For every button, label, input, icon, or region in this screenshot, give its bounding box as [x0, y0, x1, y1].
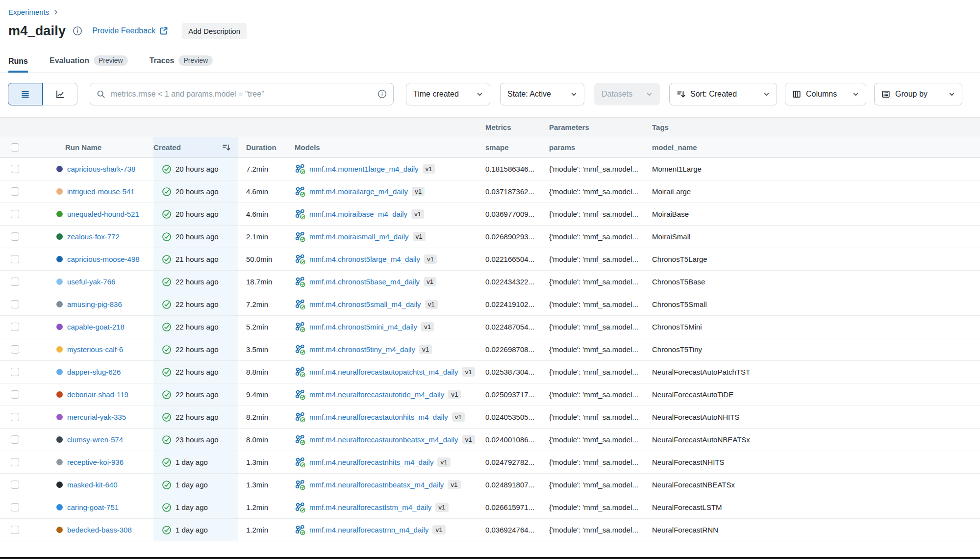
time-created-filter[interactable]: Time created: [406, 83, 490, 105]
model-link[interactable]: mmf.m4.moment1large_m4_daily: [309, 165, 419, 173]
model-link[interactable]: mmf.m4.chronost5base_m4_daily: [309, 278, 420, 286]
model-link[interactable]: mmf.m4.moiraibase_m4_daily: [309, 210, 407, 218]
run-name-link[interactable]: zealous-fox-772: [67, 232, 120, 241]
row-checkbox[interactable]: [11, 503, 19, 511]
model-link[interactable]: mmf.m4.chronost5tiny_m4_daily: [309, 345, 415, 354]
search-input[interactable]: [90, 83, 394, 105]
table-row[interactable]: capable-goat-218 22 hours ago 5.2min mmf…: [0, 316, 980, 338]
list-view-button[interactable]: [8, 83, 43, 105]
row-checkbox[interactable]: [11, 165, 19, 173]
run-name-link[interactable]: dapper-slug-626: [67, 368, 121, 376]
run-name-link[interactable]: capricious-moose-498: [67, 255, 140, 263]
table-row[interactable]: bedecked-bass-308 1 day ago 1.2min mmf.m…: [0, 519, 980, 541]
table-row[interactable]: mercurial-yak-335 22 hours ago 8.2min mm…: [0, 406, 980, 429]
row-checkbox[interactable]: [11, 390, 19, 399]
model-link[interactable]: mmf.m4.chronost5mini_m4_daily: [309, 323, 417, 331]
table-row[interactable]: masked-kit-640 1 day ago 1.3min mmf.m4.n…: [0, 474, 980, 496]
row-checkbox[interactable]: [11, 187, 19, 196]
run-name-link[interactable]: debonair-shad-119: [67, 390, 128, 399]
table-row[interactable]: debonair-shad-119 22 hours ago 9.4min mm…: [0, 383, 980, 406]
model-link[interactable]: mmf.m4.neuralforecastautopatchtst_m4_dai…: [309, 368, 458, 376]
tab-runs[interactable]: Runs: [8, 57, 28, 73]
row-checkbox[interactable]: [11, 323, 19, 331]
model-link[interactable]: mmf.m4.chronost5small_m4_daily: [309, 300, 421, 308]
model-link[interactable]: mmf.m4.moiraismall_m4_daily: [309, 232, 409, 241]
run-color-dot: [56, 504, 63, 510]
row-checkbox[interactable]: [11, 458, 19, 466]
sort-button[interactable]: Sort: Created: [669, 83, 777, 105]
tab-evaluation[interactable]: Evaluation Preview: [50, 55, 128, 73]
chart-view-button[interactable]: [43, 83, 77, 105]
experiment-info-icon[interactable]: [73, 26, 82, 36]
duration-cell: 1.3min: [238, 451, 290, 473]
run-finished-icon: [162, 164, 172, 174]
model-link[interactable]: mmf.m4.chronost5large_m4_daily: [309, 255, 420, 263]
table-row[interactable]: zealous-fox-772 20 hours ago 2.1min mmf.…: [0, 226, 980, 248]
columns-button-label: Columns: [806, 90, 837, 99]
registered-model-icon: [295, 367, 305, 378]
add-description-button[interactable]: Add Description: [182, 23, 247, 39]
smape-cell: 0.024891807...: [485, 474, 549, 496]
run-name-link[interactable]: receptive-koi-936: [67, 458, 124, 466]
row-checkbox[interactable]: [11, 300, 19, 308]
row-checkbox[interactable]: [11, 435, 19, 444]
search-info-icon[interactable]: [377, 89, 387, 99]
row-checkbox[interactable]: [11, 413, 19, 421]
run-name-link[interactable]: mysterious-calf-6: [67, 345, 123, 354]
model-link[interactable]: mmf.m4.neuralforecastnhits_m4_daily: [309, 458, 433, 466]
model-link[interactable]: mmf.m4.neuralforecastautonbeatsx_m4_dail…: [309, 435, 458, 444]
row-checkbox[interactable]: [11, 232, 19, 241]
model-version-badge: v1: [435, 503, 448, 512]
run-name-link[interactable]: capricious-shark-738: [67, 165, 135, 173]
table-row[interactable]: receptive-koi-936 1 day ago 1.3min mmf.m…: [0, 451, 980, 474]
model-version-badge: v1: [462, 367, 475, 377]
model-link[interactable]: mmf.m4.moirailarge_m4_daily: [309, 187, 408, 196]
run-name-link[interactable]: intrigued-mouse-541: [67, 187, 135, 196]
model-link[interactable]: mmf.m4.neuralforecastautonhits_m4_daily: [309, 413, 448, 421]
table-row[interactable]: caring-goat-751 1 day ago 1.2min mmf.m4.…: [0, 496, 980, 519]
breadcrumb-experiments-link[interactable]: Experiments: [8, 8, 49, 16]
row-checkbox[interactable]: [11, 368, 19, 376]
provide-feedback-link[interactable]: Provide Feedback: [92, 26, 168, 35]
run-name-link[interactable]: caring-goat-751: [67, 503, 119, 511]
run-color-dot: [56, 233, 63, 240]
run-name-link[interactable]: mercurial-yak-335: [67, 413, 126, 421]
model-link[interactable]: mmf.m4.neuralforecastrnn_m4_daily: [309, 526, 428, 534]
table-row[interactable]: clumsy-wren-574 23 hours ago 8.0min mmf.…: [0, 429, 980, 451]
model-link[interactable]: mmf.m4.neuralforecastnbeatsx_m4_daily: [309, 481, 444, 489]
table-row[interactable]: mysterious-calf-6 22 hours ago 3.5min mm…: [0, 338, 980, 361]
column-header-params: params: [549, 137, 652, 157]
columns-button[interactable]: Columns: [785, 83, 866, 105]
column-header-created[interactable]: Created: [153, 137, 238, 157]
row-checkbox[interactable]: [11, 255, 19, 263]
sort-descending-icon[interactable]: [222, 143, 230, 152]
row-checkbox[interactable]: [11, 278, 19, 286]
model-name-cell: Moment1Large: [652, 158, 980, 180]
select-all-checkbox[interactable]: [11, 143, 19, 152]
row-checkbox[interactable]: [11, 526, 19, 534]
row-checkbox[interactable]: [11, 210, 19, 218]
table-row[interactable]: capricious-moose-498 21 hours ago 50.0mi…: [0, 248, 980, 271]
row-checkbox[interactable]: [11, 345, 19, 354]
table-row[interactable]: intrigued-mouse-541 20 hours ago 4.6min …: [0, 180, 980, 203]
column-header-models: Models: [290, 137, 485, 157]
run-name-link[interactable]: masked-kit-640: [67, 481, 118, 489]
run-name-link[interactable]: clumsy-wren-574: [67, 435, 123, 444]
model-link[interactable]: mmf.m4.neuralforecastlstm_m4_daily: [309, 503, 431, 511]
params-cell: {'module': 'mmf_sa.model...: [549, 338, 652, 360]
row-checkbox[interactable]: [11, 481, 19, 489]
table-row[interactable]: useful-yak-766 22 hours ago 18.7min mmf.…: [0, 271, 980, 293]
tab-traces[interactable]: Traces Preview: [150, 55, 213, 73]
table-row[interactable]: amusing-pig-836 22 hours ago 7.2min mmf.…: [0, 293, 980, 316]
run-name-link[interactable]: capable-goat-218: [67, 323, 125, 331]
run-name-link[interactable]: unequaled-hound-521: [67, 210, 139, 218]
model-link[interactable]: mmf.m4.neuralforecastautotide_m4_daily: [309, 390, 444, 399]
group-by-button[interactable]: Group by: [874, 83, 962, 105]
run-name-link[interactable]: bedecked-bass-308: [67, 526, 132, 534]
state-filter[interactable]: State: Active: [500, 83, 584, 105]
table-row[interactable]: unequaled-hound-521 20 hours ago 4.6min …: [0, 203, 980, 226]
table-row[interactable]: capricious-shark-738 20 hours ago 7.2min…: [0, 158, 980, 180]
table-row[interactable]: dapper-slug-626 22 hours ago 8.8min mmf.…: [0, 361, 980, 383]
run-name-link[interactable]: useful-yak-766: [67, 278, 115, 286]
run-name-link[interactable]: amusing-pig-836: [67, 300, 122, 308]
